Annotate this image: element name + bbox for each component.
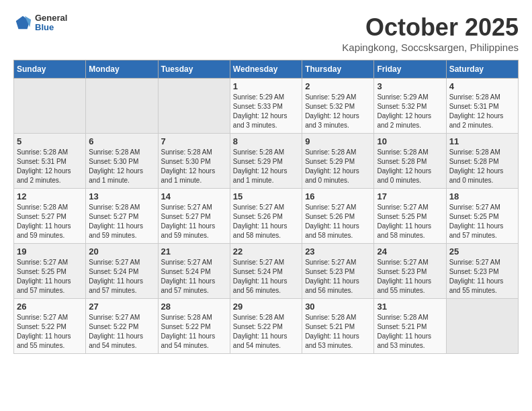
calendar-cell: 15Sunrise: 5:27 AM Sunset: 5:26 PM Dayli…	[230, 189, 302, 244]
day-info: Sunrise: 5:28 AM Sunset: 5:29 PM Dayligh…	[305, 148, 371, 185]
day-info: Sunrise: 5:29 AM Sunset: 5:33 PM Dayligh…	[233, 93, 299, 130]
calendar-cell: 23Sunrise: 5:27 AM Sunset: 5:23 PM Dayli…	[302, 244, 374, 299]
day-number: 26	[17, 302, 83, 312]
day-number: 13	[89, 191, 154, 201]
day-info: Sunrise: 5:27 AM Sunset: 5:22 PM Dayligh…	[89, 313, 154, 351]
calendar-cell	[446, 299, 518, 354]
day-number: 29	[233, 302, 299, 312]
day-number: 16	[305, 191, 371, 201]
logo-icon	[13, 13, 32, 32]
calendar-week-row: 19Sunrise: 5:27 AM Sunset: 5:25 PM Dayli…	[14, 244, 519, 299]
calendar-cell	[14, 79, 86, 134]
day-info: Sunrise: 5:27 AM Sunset: 5:23 PM Dayligh…	[377, 258, 443, 295]
day-info: Sunrise: 5:28 AM Sunset: 5:28 PM Dayligh…	[377, 148, 443, 185]
calendar-cell: 24Sunrise: 5:27 AM Sunset: 5:23 PM Dayli…	[374, 244, 446, 299]
calendar-table: SundayMondayTuesdayWednesdayThursdayFrid…	[13, 60, 519, 354]
day-number: 10	[377, 136, 443, 146]
calendar-cell: 5Sunrise: 5:28 AM Sunset: 5:31 PM Daylig…	[14, 134, 86, 189]
day-number: 28	[161, 302, 227, 312]
calendar-cell: 25Sunrise: 5:27 AM Sunset: 5:23 PM Dayli…	[446, 244, 518, 299]
day-info: Sunrise: 5:27 AM Sunset: 5:25 PM Dayligh…	[17, 258, 83, 295]
location-subtitle: Kapingkong, Soccsksargen, Philippines	[342, 42, 519, 53]
calendar-cell: 2Sunrise: 5:29 AM Sunset: 5:32 PM Daylig…	[302, 79, 374, 134]
day-info: Sunrise: 5:28 AM Sunset: 5:21 PM Dayligh…	[305, 313, 371, 351]
calendar-cell: 22Sunrise: 5:27 AM Sunset: 5:24 PM Dayli…	[230, 244, 302, 299]
weekday-header-sunday: Sunday	[14, 60, 86, 79]
day-info: Sunrise: 5:27 AM Sunset: 5:24 PM Dayligh…	[161, 258, 227, 295]
day-info: Sunrise: 5:27 AM Sunset: 5:26 PM Dayligh…	[233, 203, 299, 240]
calendar-cell: 21Sunrise: 5:27 AM Sunset: 5:24 PM Dayli…	[158, 244, 230, 299]
day-number: 19	[17, 246, 83, 257]
day-info: Sunrise: 5:29 AM Sunset: 5:32 PM Dayligh…	[305, 93, 371, 130]
title-block: October 2025 Kapingkong, Soccsksargen, P…	[342, 13, 519, 53]
calendar-cell: 26Sunrise: 5:27 AM Sunset: 5:22 PM Dayli…	[14, 299, 86, 354]
calendar-week-row: 12Sunrise: 5:28 AM Sunset: 5:27 PM Dayli…	[14, 189, 519, 244]
day-number: 22	[233, 246, 299, 257]
day-number: 21	[161, 246, 227, 257]
calendar-week-row: 5Sunrise: 5:28 AM Sunset: 5:31 PM Daylig…	[14, 134, 519, 189]
calendar-cell: 19Sunrise: 5:27 AM Sunset: 5:25 PM Dayli…	[14, 244, 86, 299]
logo-blue-text: Blue	[35, 23, 67, 32]
weekday-header-wednesday: Wednesday	[230, 60, 302, 79]
day-info: Sunrise: 5:28 AM Sunset: 5:30 PM Dayligh…	[161, 148, 227, 185]
day-info: Sunrise: 5:27 AM Sunset: 5:24 PM Dayligh…	[89, 258, 154, 295]
calendar-cell: 12Sunrise: 5:28 AM Sunset: 5:27 PM Dayli…	[14, 189, 86, 244]
calendar-cell: 4Sunrise: 5:28 AM Sunset: 5:31 PM Daylig…	[446, 79, 518, 134]
calendar-cell: 14Sunrise: 5:27 AM Sunset: 5:27 PM Dayli…	[158, 189, 230, 244]
day-number: 14	[161, 191, 227, 201]
weekday-header-thursday: Thursday	[302, 60, 374, 79]
calendar-cell: 27Sunrise: 5:27 AM Sunset: 5:22 PM Dayli…	[86, 299, 158, 354]
calendar-cell: 10Sunrise: 5:28 AM Sunset: 5:28 PM Dayli…	[374, 134, 446, 189]
day-info: Sunrise: 5:29 AM Sunset: 5:32 PM Dayligh…	[377, 93, 443, 130]
day-info: Sunrise: 5:28 AM Sunset: 5:29 PM Dayligh…	[233, 148, 299, 185]
calendar-cell: 11Sunrise: 5:28 AM Sunset: 5:28 PM Dayli…	[446, 134, 518, 189]
calendar-cell: 13Sunrise: 5:28 AM Sunset: 5:27 PM Dayli…	[86, 189, 158, 244]
weekday-header-saturday: Saturday	[446, 60, 518, 79]
weekday-header-monday: Monday	[86, 60, 158, 79]
day-info: Sunrise: 5:28 AM Sunset: 5:31 PM Dayligh…	[17, 148, 83, 185]
day-info: Sunrise: 5:27 AM Sunset: 5:25 PM Dayligh…	[449, 203, 515, 240]
calendar-cell: 6Sunrise: 5:28 AM Sunset: 5:30 PM Daylig…	[86, 134, 158, 189]
day-info: Sunrise: 5:27 AM Sunset: 5:23 PM Dayligh…	[449, 258, 515, 295]
day-number: 12	[17, 191, 83, 201]
calendar-cell: 30Sunrise: 5:28 AM Sunset: 5:21 PM Dayli…	[302, 299, 374, 354]
day-info: Sunrise: 5:28 AM Sunset: 5:27 PM Dayligh…	[17, 203, 83, 240]
day-number: 11	[449, 136, 515, 146]
day-info: Sunrise: 5:27 AM Sunset: 5:27 PM Dayligh…	[161, 203, 227, 240]
month-title: October 2025	[342, 13, 519, 42]
day-info: Sunrise: 5:28 AM Sunset: 5:30 PM Dayligh…	[89, 148, 154, 185]
day-number: 1	[233, 81, 299, 91]
day-number: 17	[377, 191, 443, 201]
day-number: 5	[17, 136, 83, 146]
calendar-header-row: SundayMondayTuesdayWednesdayThursdayFrid…	[14, 60, 519, 79]
day-number: 30	[305, 302, 371, 312]
logo-general-text: General	[35, 13, 67, 23]
day-number: 9	[305, 136, 371, 146]
day-info: Sunrise: 5:28 AM Sunset: 5:31 PM Dayligh…	[449, 93, 515, 130]
weekday-header-tuesday: Tuesday	[158, 60, 230, 79]
day-info: Sunrise: 5:27 AM Sunset: 5:23 PM Dayligh…	[305, 258, 371, 295]
day-number: 4	[449, 81, 515, 91]
calendar-cell: 1Sunrise: 5:29 AM Sunset: 5:33 PM Daylig…	[230, 79, 302, 134]
day-number: 3	[377, 81, 443, 91]
calendar-cell: 16Sunrise: 5:27 AM Sunset: 5:26 PM Dayli…	[302, 189, 374, 244]
calendar-cell: 28Sunrise: 5:28 AM Sunset: 5:22 PM Dayli…	[158, 299, 230, 354]
calendar-cell: 29Sunrise: 5:28 AM Sunset: 5:22 PM Dayli…	[230, 299, 302, 354]
day-number: 2	[305, 81, 371, 91]
calendar-cell	[86, 79, 158, 134]
calendar-cell: 18Sunrise: 5:27 AM Sunset: 5:25 PM Dayli…	[446, 189, 518, 244]
day-number: 31	[377, 302, 443, 312]
day-info: Sunrise: 5:27 AM Sunset: 5:25 PM Dayligh…	[377, 203, 443, 240]
day-info: Sunrise: 5:28 AM Sunset: 5:21 PM Dayligh…	[377, 313, 443, 351]
calendar-week-row: 26Sunrise: 5:27 AM Sunset: 5:22 PM Dayli…	[14, 299, 519, 354]
day-number: 15	[233, 191, 299, 201]
day-number: 18	[449, 191, 515, 201]
calendar-cell: 8Sunrise: 5:28 AM Sunset: 5:29 PM Daylig…	[230, 134, 302, 189]
day-info: Sunrise: 5:28 AM Sunset: 5:22 PM Dayligh…	[233, 313, 299, 351]
day-number: 8	[233, 136, 299, 146]
calendar-cell: 7Sunrise: 5:28 AM Sunset: 5:30 PM Daylig…	[158, 134, 230, 189]
calendar-cell: 31Sunrise: 5:28 AM Sunset: 5:21 PM Dayli…	[374, 299, 446, 354]
calendar-cell	[158, 79, 230, 134]
day-number: 24	[377, 246, 443, 257]
calendar-cell: 9Sunrise: 5:28 AM Sunset: 5:29 PM Daylig…	[302, 134, 374, 189]
